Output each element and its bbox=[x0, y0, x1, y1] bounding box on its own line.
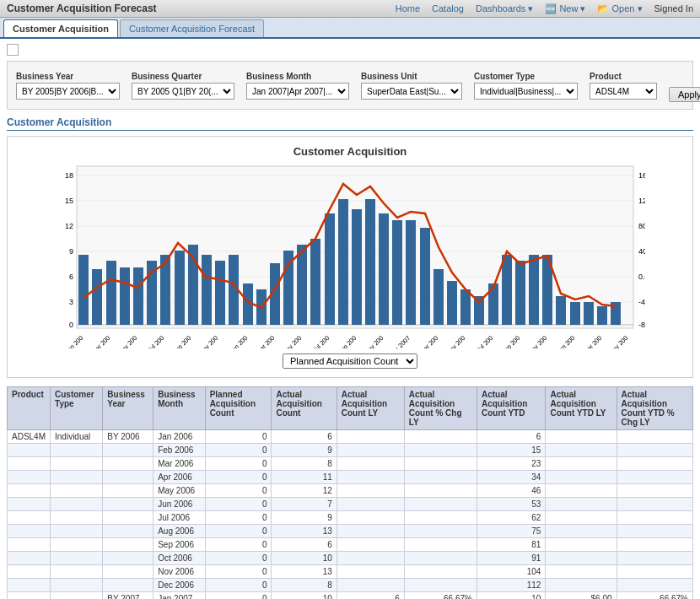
data-table: Product Customer Type Business Year Busi… bbox=[7, 386, 693, 599]
filter-business-unit-select[interactable]: SuperData East|Su... bbox=[361, 83, 462, 100]
x-label-3: May 200 bbox=[116, 334, 139, 348]
table-cell: 62 bbox=[477, 511, 545, 525]
col-ytd-pct-chg: Actual Acquisition Count YTD % Chg LY bbox=[617, 387, 692, 430]
bar-23 bbox=[379, 213, 389, 325]
table-cell bbox=[617, 430, 692, 444]
table-cell: 15 bbox=[477, 444, 545, 457]
table-cell: 0 bbox=[205, 511, 272, 525]
table-cell[interactable] bbox=[51, 511, 103, 525]
table-cell[interactable] bbox=[103, 471, 153, 484]
table-cell[interactable] bbox=[103, 552, 153, 565]
table-cell[interactable] bbox=[103, 538, 153, 552]
chart-measure-select[interactable]: Planned Acquisition Count bbox=[283, 353, 417, 369]
table-cell[interactable]: BY 2006 bbox=[103, 430, 153, 444]
table-cell[interactable]: BY 2007 bbox=[103, 592, 153, 600]
table-cell[interactable] bbox=[103, 484, 153, 498]
main-checkbox[interactable] bbox=[7, 44, 19, 56]
table-cell[interactable] bbox=[51, 484, 103, 498]
chart-container: Customer Acquisition 18 15 12 9 6 3 0 16… bbox=[7, 136, 693, 378]
table-cell[interactable] bbox=[51, 592, 103, 600]
bar-28 bbox=[447, 281, 457, 325]
table-cell bbox=[8, 592, 51, 600]
filter-customer-type-select[interactable]: Individual|Business|... bbox=[474, 83, 578, 100]
filter-section: Business Year BY 2005|BY 2006|B... Busin… bbox=[7, 61, 693, 110]
table-cell: 0 bbox=[205, 525, 272, 538]
table-cell: 0 bbox=[205, 565, 272, 579]
filter-product-select[interactable]: ADSL4M bbox=[590, 83, 657, 100]
table-cell: Jul 2006 bbox=[153, 511, 205, 525]
table-cell[interactable] bbox=[103, 444, 153, 457]
table-cell[interactable] bbox=[103, 511, 153, 525]
table-cell[interactable] bbox=[51, 538, 103, 552]
table-cell bbox=[546, 538, 617, 552]
table-cell: 91 bbox=[477, 552, 545, 565]
nav-dashboards[interactable]: Dashboards ▾ bbox=[476, 3, 533, 14]
x-label-7: Jan 200 bbox=[228, 334, 249, 348]
table-cell bbox=[617, 565, 692, 579]
table-cell[interactable] bbox=[51, 552, 103, 565]
table-cell bbox=[337, 525, 404, 538]
nav-signed-in: Signed In bbox=[654, 3, 693, 14]
table-cell bbox=[8, 565, 51, 579]
x-label-6: Nov 200 bbox=[197, 334, 219, 348]
table-cell bbox=[337, 457, 404, 471]
table-cell bbox=[8, 498, 51, 511]
table-cell[interactable] bbox=[103, 525, 153, 538]
nav-home[interactable]: Home bbox=[396, 3, 420, 14]
table-cell[interactable] bbox=[103, 565, 153, 579]
apply-button[interactable]: Apply bbox=[669, 87, 700, 102]
col-ytd-ly: Actual Acquisition Count YTD LY bbox=[546, 387, 617, 430]
table-cell bbox=[404, 579, 477, 592]
table-cell[interactable] bbox=[51, 579, 103, 592]
table-cell bbox=[337, 552, 404, 565]
table-cell: 8 bbox=[272, 579, 337, 592]
table-cell: 66.67% bbox=[617, 592, 692, 600]
col-business-month: Business Month bbox=[153, 387, 205, 430]
table-cell[interactable] bbox=[103, 498, 153, 511]
filter-business-year-select[interactable]: BY 2005|BY 2006|B... bbox=[16, 83, 120, 100]
tab-customer-acquisition[interactable]: Customer Acquisition bbox=[3, 19, 118, 37]
table-cell: 0 bbox=[205, 552, 272, 565]
table-cell[interactable] bbox=[51, 525, 103, 538]
table-cell bbox=[404, 565, 477, 579]
table-cell: 9 bbox=[272, 444, 337, 457]
nav-new[interactable]: 🆕 New ▾ bbox=[545, 3, 585, 14]
nav-catalog[interactable]: Catalog bbox=[432, 3, 464, 14]
table-cell[interactable] bbox=[51, 457, 103, 471]
table-cell[interactable] bbox=[103, 457, 153, 471]
table-cell[interactable]: Individual bbox=[51, 430, 103, 444]
table-cell[interactable] bbox=[51, 471, 103, 484]
x-label-2: Mar 200 bbox=[90, 334, 112, 348]
table-cell[interactable] bbox=[103, 579, 153, 592]
table-cell: 0 bbox=[205, 592, 272, 600]
table-cell: 10 bbox=[272, 552, 337, 565]
x-label-13: Jan 2007 bbox=[388, 334, 412, 348]
table-cell bbox=[8, 484, 51, 498]
table-cell: Aug 2006 bbox=[153, 525, 205, 538]
x-label-19: Jan 200 bbox=[555, 334, 576, 348]
table-cell: 66.67% bbox=[404, 592, 477, 600]
table-cell bbox=[404, 444, 477, 457]
bar-19 bbox=[325, 213, 335, 325]
tab-bar: Customer Acquisition Customer Acquisitio… bbox=[0, 18, 700, 39]
table-cell: 6 bbox=[272, 430, 337, 444]
table-row: Sep 20060681 bbox=[8, 538, 693, 552]
table-cell[interactable] bbox=[51, 444, 103, 457]
table-cell bbox=[546, 457, 617, 471]
nav-open[interactable]: 📂 Open ▾ bbox=[597, 3, 642, 14]
table-cell: 6 bbox=[272, 538, 337, 552]
filter-business-month-select[interactable]: Jan 2007|Apr 2007|... bbox=[246, 83, 349, 100]
table-cell[interactable] bbox=[51, 565, 103, 579]
table-cell bbox=[404, 511, 477, 525]
x-label-17: Sep 200 bbox=[499, 334, 521, 348]
tab-forecast[interactable]: Customer Acquisition Forecast bbox=[120, 19, 264, 37]
table-row: Apr 200601134 bbox=[8, 471, 693, 484]
filter-business-quarter-select[interactable]: BY 2005 Q1|BY 20(... bbox=[132, 83, 234, 100]
y-right-80: 80.0 bbox=[638, 222, 645, 230]
table-cell: Nov 2006 bbox=[153, 565, 205, 579]
filter-business-unit-label: Business Unit bbox=[361, 72, 462, 81]
table-cell: Feb 2006 bbox=[153, 444, 205, 457]
table-cell bbox=[337, 484, 404, 498]
table-cell[interactable] bbox=[51, 498, 103, 511]
x-label-16: Jul 200 bbox=[475, 334, 494, 348]
